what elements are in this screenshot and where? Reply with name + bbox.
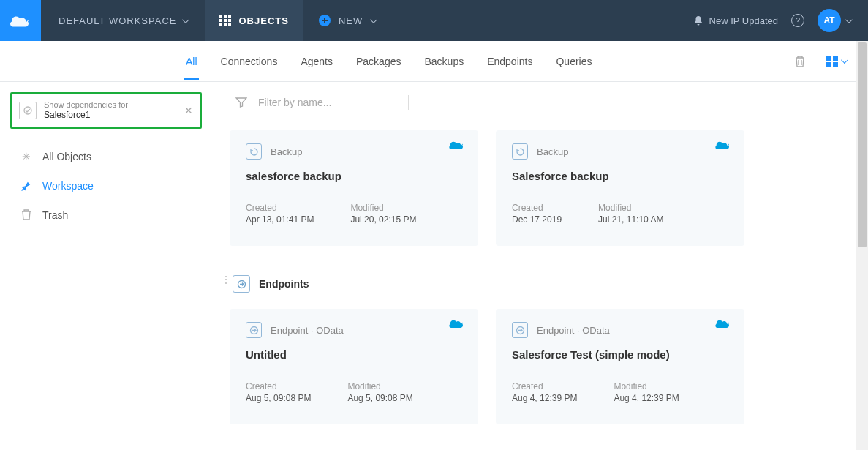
tab-all[interactable]: All (184, 42, 199, 80)
created-value: Aug 5, 09:08 PM (246, 393, 311, 403)
tab-connections[interactable]: Connections (219, 42, 279, 80)
modified-value: Jul 20, 02:15 PM (350, 214, 416, 225)
asterisk-icon: ✳ (20, 151, 32, 162)
svg-rect-7 (224, 23, 227, 26)
card-title: Salesforce backup (512, 170, 728, 182)
logo[interactable] (0, 0, 41, 41)
svg-rect-2 (228, 15, 231, 18)
endpoint-icon (512, 322, 528, 338)
tab-packages[interactable]: Packages (355, 42, 402, 80)
avatar: AT (818, 9, 841, 32)
svg-rect-13 (833, 62, 838, 67)
scrollbar-thumb[interactable] (858, 42, 867, 247)
sidebar-item-all-objects[interactable]: ✳ All Objects (10, 142, 202, 171)
svg-rect-5 (228, 19, 231, 22)
svg-rect-11 (833, 56, 838, 61)
workspace-selector[interactable]: DEFAULT WORKSPACE (41, 0, 205, 41)
tab-queries[interactable]: Queries (554, 42, 593, 80)
svg-rect-4 (224, 19, 227, 22)
svg-rect-10 (826, 56, 831, 61)
plus-circle-icon (318, 14, 331, 27)
card-type-label: Endpoint · OData (271, 325, 344, 336)
object-card[interactable]: Backup Salesforce backup Created Dec 17 … (496, 130, 744, 246)
object-card[interactable]: Backup salesforce backup Created Apr 13,… (230, 130, 478, 246)
svg-rect-1 (224, 15, 227, 18)
card-grid-endpoints: Endpoint · OData Untitled Created Aug 5,… (230, 309, 850, 424)
endpoint-icon (233, 275, 250, 293)
modified-value: Aug 4, 12:39 PM (614, 393, 679, 403)
modified-value: Aug 5, 09:08 PM (347, 393, 412, 403)
notification-item[interactable]: New IP Updated (693, 15, 778, 26)
card-type-label: Endpoint · OData (537, 325, 610, 336)
created-label: Created (246, 203, 314, 213)
endpoint-icon (246, 322, 262, 338)
created-value: Aug 4, 12:39 PM (512, 393, 577, 403)
tab-backups[interactable]: Backups (423, 42, 465, 80)
divider (408, 95, 409, 110)
sidebar: Show dependencies for Salesforce1 ✕ ✳ Al… (0, 82, 212, 450)
view-options-button[interactable] (826, 56, 846, 67)
modified-label: Modified (614, 381, 679, 391)
section-title: Endpoints (259, 278, 309, 290)
tab-agents[interactable]: Agents (299, 42, 334, 80)
chevron-down-icon (182, 16, 189, 23)
card-title: Untitled (246, 348, 462, 361)
svg-rect-6 (219, 23, 222, 26)
chevron-down-icon (845, 16, 853, 23)
close-icon[interactable]: ✕ (184, 105, 193, 116)
created-label: Created (246, 381, 311, 391)
notification-text: New IP Updated (709, 15, 778, 26)
main-content: Backup salesforce backup Created Apr 13,… (212, 82, 868, 450)
drag-handle-icon[interactable] (221, 278, 231, 282)
trash-icon (794, 55, 806, 68)
dependency-icon (19, 102, 37, 119)
created-value: Dec 17 2019 (512, 214, 562, 225)
card-type-label: Backup (271, 146, 302, 157)
nav-new[interactable]: NEW (303, 0, 390, 41)
svg-point-14 (24, 107, 31, 114)
object-card[interactable]: Endpoint · OData Untitled Created Aug 5,… (230, 309, 478, 424)
cloud-icon (10, 13, 31, 28)
chevron-down-icon (841, 56, 848, 64)
modified-label: Modified (598, 203, 663, 213)
tab-endpoints[interactable]: Endpoints (486, 42, 534, 80)
bell-icon (693, 15, 703, 26)
backup-icon (512, 143, 528, 160)
scrollbar[interactable] (856, 41, 868, 450)
filter-bar (230, 92, 850, 113)
workspace-label: DEFAULT WORKSPACE (59, 15, 176, 26)
salesforce-badge (715, 319, 731, 334)
filter-input[interactable] (254, 92, 401, 113)
modified-label: Modified (350, 203, 416, 213)
svg-rect-3 (219, 19, 222, 22)
salesforce-badge (715, 140, 731, 155)
svg-rect-0 (219, 15, 222, 18)
card-grid-backups: Backup salesforce backup Created Apr 13,… (230, 130, 850, 246)
help-icon[interactable]: ? (791, 14, 804, 27)
delete-button[interactable] (794, 55, 806, 68)
filter-icon (235, 97, 247, 108)
nav-objects-label: OBJECTS (238, 15, 288, 26)
created-label: Created (512, 381, 577, 391)
sidebar-item-workspace[interactable]: Workspace (10, 171, 202, 200)
backup-icon (246, 143, 262, 160)
nav-objects[interactable]: OBJECTS (205, 0, 303, 41)
sub-nav: All Connections Agents Packages Backups … (0, 41, 868, 82)
card-type-label: Backup (537, 146, 568, 157)
svg-rect-12 (826, 62, 831, 67)
dependencies-value: Salesforce1 (44, 110, 177, 121)
section-header-endpoints: Endpoints (233, 275, 850, 293)
sidebar-item-label: Trash (42, 209, 68, 221)
nav-new-label: NEW (339, 15, 363, 26)
grid-icon (219, 15, 231, 26)
dependencies-filter: Show dependencies for Salesforce1 ✕ (10, 92, 202, 129)
object-card[interactable]: Endpoint · OData Salesforce Test (simple… (496, 309, 744, 424)
sidebar-item-label: Workspace (42, 180, 94, 192)
user-menu[interactable]: AT (818, 9, 850, 32)
top-bar: DEFAULT WORKSPACE OBJECTS NEW New IP Upd… (0, 0, 868, 41)
chevron-down-icon (370, 16, 377, 23)
sidebar-item-label: All Objects (42, 151, 91, 162)
dependencies-label: Show dependencies for (44, 100, 177, 110)
created-label: Created (512, 203, 562, 213)
sidebar-item-trash[interactable]: Trash (10, 200, 202, 230)
